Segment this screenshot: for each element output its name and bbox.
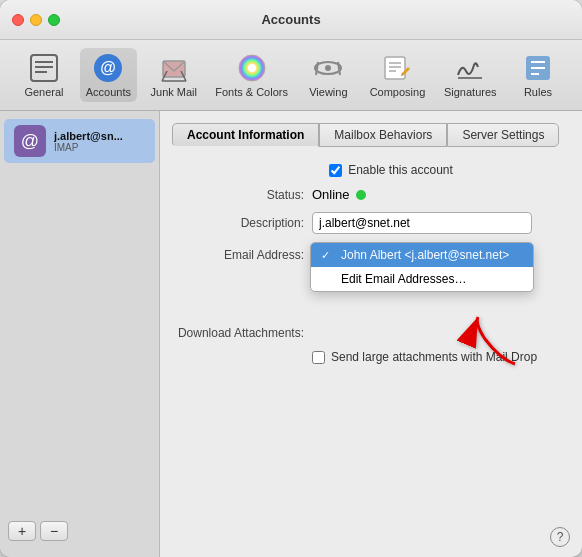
signatures-icon <box>454 52 486 84</box>
toolbar-item-fonts-colors[interactable]: Fonts & Colors <box>211 48 293 102</box>
email-address-label: Email Address: <box>172 248 312 262</box>
tab-server-settings[interactable]: Server Settings <box>447 123 559 147</box>
fonts-colors-icon <box>236 52 268 84</box>
email-address-row: Email Address: John Albert <j.albert@sne… <box>172 244 570 266</box>
svg-rect-3 <box>35 71 47 73</box>
description-input[interactable] <box>312 212 532 234</box>
dropdown-item-john-albert[interactable]: ✓ John Albert <j.albert@snet.net> <box>311 243 533 267</box>
junk-mail-label: Junk Mail <box>151 86 197 98</box>
toolbar-item-rules[interactable]: Rules <box>510 48 566 102</box>
accounts-label: Accounts <box>86 86 131 98</box>
composing-label: Composing <box>370 86 426 98</box>
enable-label: Enable this account <box>348 163 453 177</box>
help-button[interactable]: ? <box>550 527 570 547</box>
remove-account-button[interactable]: − <box>40 521 68 541</box>
window-title: Accounts <box>261 12 320 27</box>
tab-mailbox-behaviors[interactable]: Mailbox Behaviors <box>319 123 447 147</box>
tab-bar: Account Information Mailbox Behaviors Se… <box>172 123 570 147</box>
dropdown-item-label-0: John Albert <j.albert@snet.net> <box>341 248 509 262</box>
close-button[interactable] <box>12 14 24 26</box>
general-icon <box>28 52 60 84</box>
svg-line-13 <box>316 62 318 75</box>
general-label: General <box>24 86 63 98</box>
download-attachments-label: Download Attachments: <box>172 326 312 340</box>
viewing-icon <box>312 52 344 84</box>
svg-point-11 <box>248 64 256 72</box>
account-info: j.albert@sn... IMAP <box>54 130 123 153</box>
status-dot <box>356 190 366 200</box>
svg-rect-2 <box>35 66 53 68</box>
add-account-button[interactable]: + <box>8 521 36 541</box>
toolbar-item-composing[interactable]: Composing <box>364 48 430 102</box>
status-value: Online <box>312 187 366 202</box>
account-list-item[interactable]: @ j.albert@sn... IMAP <box>4 119 155 163</box>
accounts-window: Accounts General @ Accou <box>0 0 582 557</box>
checkmark-icon: ✓ <box>321 249 335 262</box>
maximize-button[interactable] <box>48 14 60 26</box>
signatures-label: Signatures <box>444 86 497 98</box>
composing-icon <box>381 52 413 84</box>
toolbar: General @ Accounts <box>0 40 582 111</box>
email-address-dropdown-menu: ✓ John Albert <j.albert@snet.net> Edit E… <box>310 242 534 292</box>
status-row: Status: Online <box>172 187 570 202</box>
toolbar-item-signatures[interactable]: Signatures <box>439 48 502 102</box>
toolbar-item-general[interactable]: General <box>16 48 72 102</box>
content-area: @ j.albert@sn... IMAP + − Account Inform… <box>0 111 582 557</box>
toolbar-item-junk-mail[interactable]: Junk Mail <box>145 48 203 102</box>
minimize-button[interactable] <box>30 14 42 26</box>
accounts-icon: @ <box>92 52 124 84</box>
svg-line-14 <box>338 62 340 75</box>
arrow-annotation <box>450 309 530 372</box>
tab-account-information[interactable]: Account Information <box>172 123 319 147</box>
account-email: j.albert@sn... <box>54 130 123 142</box>
description-row: Description: <box>172 212 570 234</box>
enable-row: Enable this account <box>172 163 570 177</box>
svg-rect-16 <box>385 57 405 79</box>
email-address-dropdown-container: John Albert <j.albert@snet.net> ✓ John A… <box>312 244 532 266</box>
enable-checkbox[interactable] <box>329 164 342 177</box>
fonts-colors-label: Fonts & Colors <box>215 86 288 98</box>
svg-point-15 <box>325 65 331 71</box>
svg-text:@: @ <box>101 59 117 76</box>
toolbar-item-viewing[interactable]: Viewing <box>300 48 356 102</box>
mail-drop-checkbox[interactable] <box>312 351 325 364</box>
rules-icon <box>522 52 554 84</box>
description-label: Description: <box>172 216 312 230</box>
toolbar-item-accounts[interactable]: @ Accounts <box>80 48 137 102</box>
rules-label: Rules <box>524 86 552 98</box>
status-label: Status: <box>172 188 312 202</box>
enable-checkbox-row: Enable this account <box>289 163 453 177</box>
svg-rect-1 <box>35 61 53 63</box>
sidebar-bottom: + − <box>0 513 159 549</box>
dropdown-item-edit-addresses[interactable]: Edit Email Addresses… <box>311 267 533 291</box>
status-text: Online <box>312 187 350 202</box>
account-type: IMAP <box>54 142 123 153</box>
main-panel: Account Information Mailbox Behaviors Se… <box>160 111 582 557</box>
sidebar: @ j.albert@sn... IMAP + − <box>0 111 160 557</box>
account-avatar: @ <box>14 125 46 157</box>
traffic-lights <box>12 14 60 26</box>
junk-mail-icon <box>158 52 190 84</box>
titlebar: Accounts <box>0 0 582 40</box>
viewing-label: Viewing <box>309 86 347 98</box>
dropdown-item-label-1: Edit Email Addresses… <box>341 272 466 286</box>
